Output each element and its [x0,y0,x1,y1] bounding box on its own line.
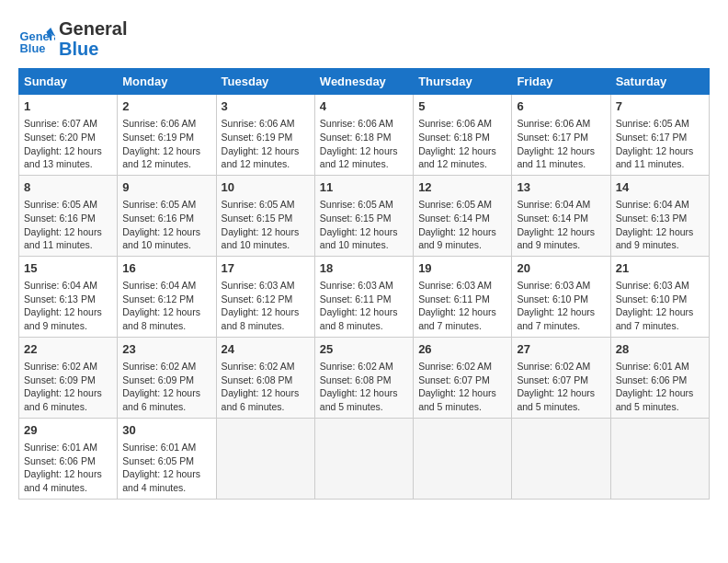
calendar-cell: 6Sunrise: 6:06 AMSunset: 6:17 PMDaylight… [512,95,610,176]
day-number: 9 [122,179,210,196]
day-info: and 8 minutes. [222,319,310,333]
day-info: Daylight: 12 hours [320,305,408,319]
day-number: 23 [122,341,210,358]
day-info: Sunrise: 6:06 AM [320,117,408,131]
day-info: Sunrise: 6:03 AM [616,279,704,293]
calendar-cell [610,418,709,499]
calendar-cell: 17Sunrise: 6:03 AMSunset: 6:12 PMDayligh… [216,256,314,337]
day-info: Sunset: 6:20 PM [24,131,112,144]
day-number: 7 [616,98,704,115]
day-number: 4 [320,98,408,115]
day-number: 8 [24,179,112,196]
day-number: 2 [122,98,210,115]
day-info: and 5 minutes. [616,400,704,414]
day-info: Sunset: 6:14 PM [517,212,605,225]
day-info: and 10 minutes. [122,238,210,252]
day-number: 28 [616,341,704,358]
day-info: Sunset: 6:18 PM [418,131,506,144]
day-info: Sunset: 6:09 PM [24,373,112,387]
day-info: Sunrise: 6:06 AM [517,117,605,131]
weekday-header: Monday [118,69,216,95]
day-info: Daylight: 12 hours [616,386,704,400]
day-number: 19 [418,260,506,277]
day-info: Sunrise: 6:07 AM [24,117,112,131]
day-info: Sunset: 6:07 PM [418,373,506,387]
day-info: Sunset: 6:07 PM [517,373,605,387]
day-info: Sunset: 6:16 PM [24,212,112,225]
day-info: Sunrise: 6:05 AM [418,198,506,212]
day-info: Sunset: 6:08 PM [222,373,310,387]
day-info: Sunset: 6:15 PM [222,212,310,225]
day-info: Sunset: 6:10 PM [517,293,605,306]
weekday-header: Saturday [610,69,709,95]
day-info: Daylight: 12 hours [320,386,408,400]
day-info: and 9 minutes. [418,238,506,252]
calendar-cell [216,418,314,499]
day-info: Sunrise: 6:05 AM [616,117,704,131]
day-info: Sunset: 6:09 PM [122,373,210,387]
day-info: Daylight: 12 hours [222,305,310,319]
day-info: Sunset: 6:13 PM [616,212,704,225]
calendar-cell: 9Sunrise: 6:05 AMSunset: 6:16 PMDaylight… [118,175,216,256]
day-info: Daylight: 12 hours [616,305,704,319]
calendar-cell: 21Sunrise: 6:03 AMSunset: 6:10 PMDayligh… [610,256,709,337]
day-info: and 12 minutes. [320,157,408,171]
day-info: Sunrise: 6:02 AM [517,360,605,373]
day-info: Sunset: 6:13 PM [24,293,112,306]
day-info: Sunrise: 6:02 AM [24,360,112,373]
weekday-header: Thursday [414,69,512,95]
day-number: 3 [222,98,310,115]
day-number: 24 [222,341,310,358]
day-info: Daylight: 12 hours [222,386,310,400]
day-number: 6 [517,98,605,115]
day-info: Daylight: 12 hours [24,305,112,319]
day-number: 25 [320,341,408,358]
day-info: Sunset: 6:17 PM [517,131,605,144]
calendar-cell: 16Sunrise: 6:04 AMSunset: 6:12 PMDayligh… [118,256,216,337]
day-number: 18 [320,260,408,277]
day-info: and 7 minutes. [517,319,605,333]
day-info: and 10 minutes. [222,238,310,252]
calendar-cell: 4Sunrise: 6:06 AMSunset: 6:18 PMDaylight… [314,95,413,176]
day-info: Daylight: 12 hours [418,144,506,158]
day-info: Daylight: 12 hours [24,225,112,239]
day-info: Sunset: 6:16 PM [122,212,210,225]
day-number: 13 [517,179,605,196]
day-info: Daylight: 12 hours [24,467,112,481]
day-info: Daylight: 12 hours [418,386,506,400]
day-info: and 11 minutes. [24,238,112,252]
day-info: and 9 minutes. [616,238,704,252]
calendar-cell: 20Sunrise: 6:03 AMSunset: 6:10 PMDayligh… [512,256,610,337]
day-info: Sunrise: 6:02 AM [320,360,408,373]
day-info: Sunrise: 6:04 AM [517,198,605,212]
day-info: and 6 minutes. [24,400,112,414]
day-info: Daylight: 12 hours [122,386,210,400]
day-info: Sunrise: 6:03 AM [320,279,408,293]
day-number: 29 [24,422,112,439]
day-number: 5 [418,98,506,115]
day-info: Daylight: 12 hours [320,225,408,239]
day-info: and 13 minutes. [24,157,112,171]
calendar-cell [314,418,413,499]
calendar-table: SundayMondayTuesdayWednesdayThursdayFrid… [18,68,710,500]
day-info: Sunrise: 6:03 AM [418,279,506,293]
day-info: and 10 minutes. [320,238,408,252]
calendar-cell: 7Sunrise: 6:05 AMSunset: 6:17 PMDaylight… [610,95,709,176]
day-info: Sunrise: 6:05 AM [24,198,112,212]
calendar-cell [512,418,610,499]
calendar-cell: 23Sunrise: 6:02 AMSunset: 6:09 PMDayligh… [118,337,216,418]
day-info: and 5 minutes. [320,400,408,414]
day-info: Sunrise: 6:01 AM [24,441,112,454]
calendar-cell: 2Sunrise: 6:06 AMSunset: 6:19 PMDaylight… [118,95,216,176]
day-info: Daylight: 12 hours [320,144,408,158]
calendar-cell: 30Sunrise: 6:01 AMSunset: 6:05 PMDayligh… [118,418,216,499]
day-number: 22 [24,341,112,358]
day-info: and 4 minutes. [24,481,112,495]
calendar-cell: 12Sunrise: 6:05 AMSunset: 6:14 PMDayligh… [414,175,512,256]
day-info: Sunrise: 6:04 AM [616,198,704,212]
day-info: Daylight: 12 hours [122,144,210,158]
day-info: Daylight: 12 hours [122,305,210,319]
weekday-header: Wednesday [314,69,413,95]
day-info: Daylight: 12 hours [517,386,605,400]
day-info: Sunset: 6:19 PM [122,131,210,144]
